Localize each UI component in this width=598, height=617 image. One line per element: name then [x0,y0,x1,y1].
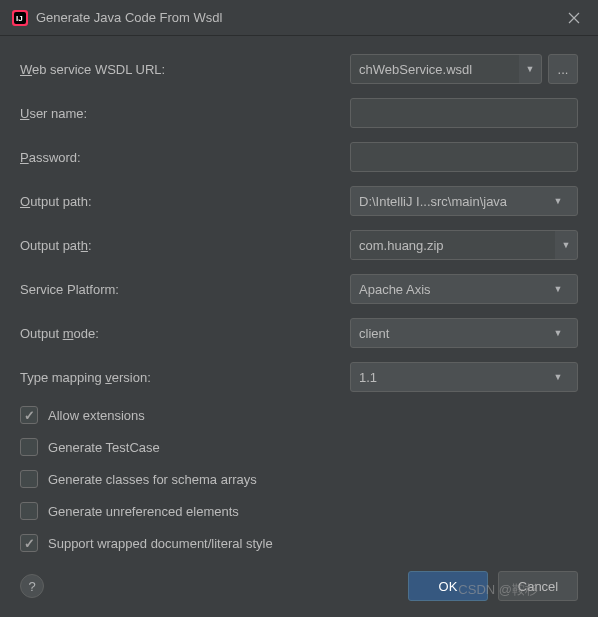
chevron-down-icon[interactable]: ▼ [547,284,569,294]
output-path-value: D:\IntelliJ I...src\main\java [359,194,547,209]
dialog-content: Web service WSDL URL: chWebService.wsdl … [0,36,598,576]
ok-button[interactable]: OK [408,571,488,601]
package-path-value[interactable]: com.huang.zip [351,231,555,259]
chevron-down-icon[interactable]: ▼ [547,196,569,206]
app-icon: IJ [12,10,28,26]
checkbox-icon [20,438,38,456]
schema-arrays-checkbox[interactable]: Generate classes for schema arrays [20,470,578,488]
output-mode-combo[interactable]: client ▼ [350,318,578,348]
output-path-combo[interactable]: D:\IntelliJ I...src\main\java ▼ [350,186,578,216]
username-label: User name: [20,106,350,121]
allow-extensions-checkbox[interactable]: Allow extensions [20,406,578,424]
generate-testcase-label: Generate TestCase [48,440,160,455]
chevron-down-icon[interactable]: ▼ [519,64,541,74]
password-input[interactable] [350,142,578,172]
type-mapping-label: Type mapping version: [20,370,350,385]
help-button[interactable]: ? [20,574,44,598]
wsdl-url-label: Web service WSDL URL: [20,62,350,77]
type-mapping-value: 1.1 [359,370,547,385]
service-platform-value: Apache Axis [359,282,547,297]
checkbox-icon [20,534,38,552]
checkbox-icon [20,502,38,520]
titlebar-title: Generate Java Code From Wsdl [36,10,562,25]
service-platform-combo[interactable]: Apache Axis ▼ [350,274,578,304]
password-label: Password: [20,150,350,165]
package-path-label: Output path: [20,238,350,253]
service-platform-label: Service Platform: [20,282,350,297]
wrapped-doc-checkbox[interactable]: Support wrapped document/literal style [20,534,578,552]
schema-arrays-label: Generate classes for schema arrays [48,472,257,487]
close-icon[interactable] [562,6,586,30]
package-path-combo[interactable]: com.huang.zip ▼ [350,230,578,260]
titlebar: IJ Generate Java Code From Wsdl [0,0,598,36]
unreferenced-label: Generate unreferenced elements [48,504,239,519]
chevron-down-icon[interactable]: ▼ [555,240,577,250]
browse-button[interactable]: ... [548,54,578,84]
wrapped-doc-label: Support wrapped document/literal style [48,536,273,551]
wsdl-url-combo[interactable]: chWebService.wsdl ▼ [350,54,542,84]
svg-text:IJ: IJ [16,14,23,23]
username-input[interactable] [350,98,578,128]
cancel-button[interactable]: Cancel [498,571,578,601]
chevron-down-icon[interactable]: ▼ [547,328,569,338]
output-mode-value: client [359,326,547,341]
checkbox-icon [20,470,38,488]
checkbox-icon [20,406,38,424]
chevron-down-icon[interactable]: ▼ [547,372,569,382]
allow-extensions-label: Allow extensions [48,408,145,423]
type-mapping-combo[interactable]: 1.1 ▼ [350,362,578,392]
generate-testcase-checkbox[interactable]: Generate TestCase [20,438,578,456]
wsdl-url-value[interactable]: chWebService.wsdl [351,55,519,83]
unreferenced-checkbox[interactable]: Generate unreferenced elements [20,502,578,520]
output-mode-label: Output mode: [20,326,350,341]
dialog-footer: ? OK Cancel [0,559,598,617]
output-path-label: Output path: [20,194,350,209]
